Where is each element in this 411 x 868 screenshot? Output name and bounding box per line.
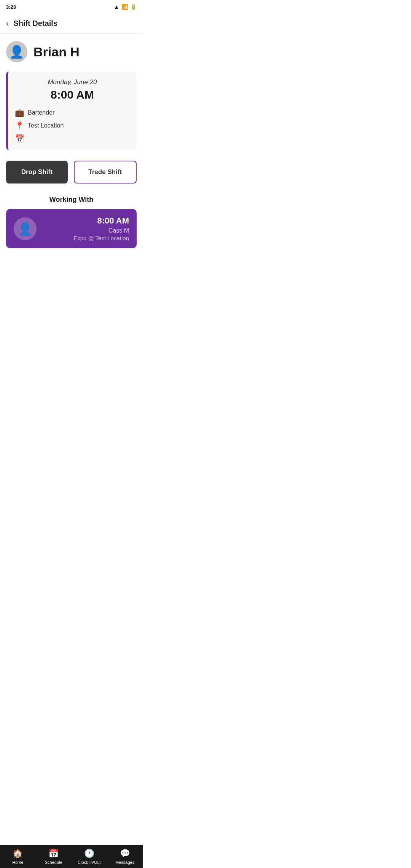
- working-with-section: Working With 👤 8:00 AM Cass M Expo @ Tes…: [6, 196, 137, 248]
- coworker-card: 👤 8:00 AM Cass M Expo @ Test Location: [6, 209, 137, 248]
- wifi-icon: 📶: [121, 4, 128, 10]
- status-icons: ▲ 📶 🔋: [114, 4, 137, 10]
- page-title: Shift Details: [13, 19, 57, 28]
- coworker-time: 8:00 AM: [43, 216, 129, 226]
- profile-section: 👤 Brian H: [6, 41, 137, 62]
- coworker-location: Expo @ Test Location: [43, 235, 129, 241]
- schedule-row: 📅: [15, 134, 130, 143]
- main-content: 👤 Brian H Monday, June 20 8:00 AM 💼 Bart…: [0, 34, 143, 256]
- battery-icon: 🔋: [130, 4, 137, 10]
- location-icon: 📍: [15, 121, 24, 130]
- location-text: Test Location: [28, 122, 64, 129]
- briefcase-icon: 💼: [15, 108, 24, 117]
- calendar-icon: 📅: [15, 134, 24, 143]
- role-row: 💼 Bartender: [15, 108, 130, 117]
- role-text: Bartender: [28, 109, 54, 116]
- header: ‹ Shift Details: [0, 14, 143, 34]
- back-button[interactable]: ‹: [6, 19, 9, 29]
- signal-icon: ▲: [114, 4, 119, 10]
- coworker-avatar-icon: 👤: [18, 222, 33, 236]
- back-arrow-icon: ‹: [6, 19, 9, 29]
- status-bar: 3:23 ▲ 📶 🔋: [0, 0, 143, 14]
- employee-name: Brian H: [33, 45, 80, 59]
- trade-shift-button[interactable]: Trade Shift: [74, 161, 137, 183]
- status-time: 3:23: [6, 4, 16, 10]
- shift-details: 💼 Bartender 📍 Test Location 📅: [15, 108, 130, 143]
- working-with-title: Working With: [6, 196, 137, 204]
- action-buttons: Drop Shift Trade Shift: [6, 161, 137, 183]
- coworker-avatar: 👤: [14, 217, 37, 240]
- coworker-name: Cass M: [43, 227, 129, 234]
- shift-card: Monday, June 20 8:00 AM 💼 Bartender 📍 Te…: [6, 72, 137, 150]
- avatar: 👤: [6, 41, 27, 62]
- location-row: 📍 Test Location: [15, 121, 130, 130]
- avatar-icon: 👤: [9, 45, 24, 59]
- coworker-info: 8:00 AM Cass M Expo @ Test Location: [43, 216, 129, 241]
- drop-shift-button[interactable]: Drop Shift: [6, 161, 68, 183]
- shift-time: 8:00 AM: [15, 88, 130, 101]
- shift-date: Monday, June 20: [15, 78, 130, 86]
